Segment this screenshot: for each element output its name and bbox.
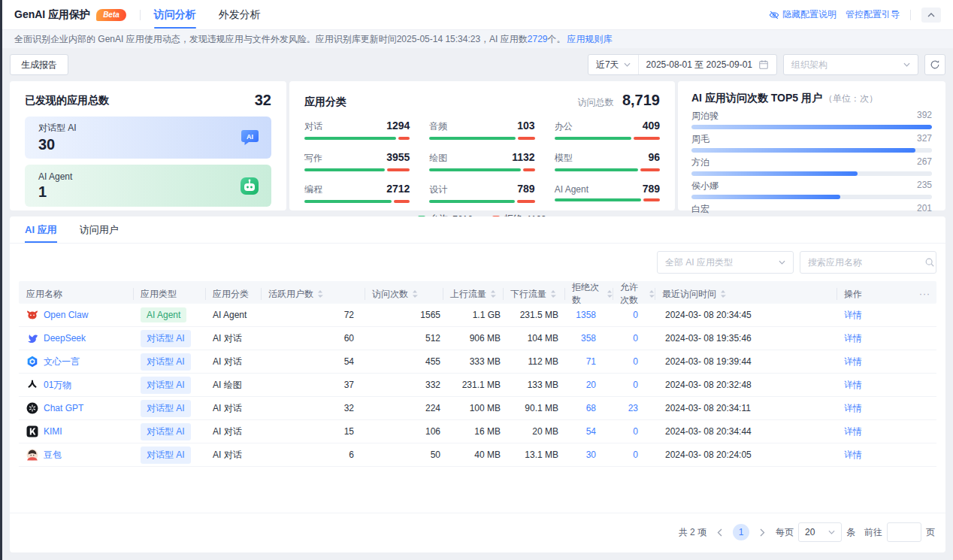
column-header-9[interactable]: 最近访问时间 [655,281,837,307]
detail-link[interactable]: 详情 [844,333,862,344]
category-label: AI Agent [555,184,588,195]
hide-config-link[interactable]: 隐藏配置说明 [769,8,837,21]
tab-outbound-analysis[interactable]: 外发分析 [219,0,261,30]
deny-bar-segment [398,137,410,140]
detail-link[interactable]: 详情 [844,380,862,390]
category-item: 办公 409 [555,120,660,140]
current-page-button[interactable]: 1 [733,524,749,540]
reject-count-link[interactable]: 54 [564,426,613,437]
app-name-link[interactable]: KIMI [44,426,62,437]
reject-count-link[interactable]: 1358 [564,310,613,320]
allow-bar-segment [429,200,515,203]
active-users: 54 [261,356,365,367]
collapse-button[interactable] [921,8,941,23]
app-name-link[interactable]: DeepSeek [44,333,86,344]
user-bar-track [691,148,932,153]
reject-count-link[interactable]: 20 [564,380,613,390]
sort-icon[interactable] [317,289,323,298]
column-header-6[interactable]: 下行流量 [503,281,564,307]
category-label: 办公 [555,120,573,133]
category-grid: 对话 1294 音频 103 办公 409 [304,120,660,203]
chat-ai-icon: AI [238,126,261,149]
app-type-badge: 对话型 AI [141,353,191,371]
category-allow-deny-bar [555,137,660,140]
detail-link[interactable]: 详情 [844,310,862,320]
column-header-4[interactable]: 访问次数 [365,281,443,307]
detail-link[interactable]: 详情 [844,426,862,437]
column-header-5[interactable]: 上行流量 [443,281,503,307]
category-value: 1132 [512,151,534,163]
allow-count-link[interactable]: 0 [613,333,655,344]
detail-link[interactable]: 详情 [844,450,862,460]
column-settings-icon[interactable]: ··· [919,289,930,299]
deny-bar-segment [517,200,535,203]
kimi-icon [26,425,38,437]
app-category: AI Agent [205,310,261,320]
detail-link[interactable]: 详情 [844,356,862,367]
tab-ai-apps[interactable]: AI 应用 [25,216,57,243]
allow-count-link[interactable]: 0 [613,426,655,437]
category-allow-deny-bar [555,168,660,171]
sort-icon[interactable] [550,289,556,298]
user-name: 周毛 [691,133,709,146]
info-banner: 全面识别企业内部的 GenAI 应用使用动态，发现违规应用与文件外发风险。应用识… [2,30,953,48]
reject-count-link[interactable]: 358 [564,333,613,344]
app-name-link[interactable]: 豆包 [44,449,62,462]
per-page-select[interactable]: 20 [798,522,842,542]
allow-count-link[interactable]: 0 [613,310,655,320]
quick-range-select[interactable]: 近7天 [588,55,639,74]
top-user-item: 周泊骏 392 [691,110,932,129]
column-header-8[interactable]: 允许次数 [613,281,655,307]
banner-app-count: 2729 [528,34,548,44]
generate-report-button[interactable]: 生成报告 [10,54,68,75]
prev-page-icon[interactable] [716,528,724,537]
allow-count-link[interactable]: 0 [613,380,655,390]
goto-page-input[interactable] [887,522,921,542]
page-label: 页 [926,526,935,539]
org-structure-select[interactable]: 组织架构 [783,54,918,75]
allow-count-link[interactable]: 0 [613,356,655,367]
tab-access-users[interactable]: 访问用户 [80,216,119,243]
last-access-time: 2024-03- 08 20:34:45 [655,310,837,320]
doubao-icon [26,449,38,461]
date-range-picker[interactable]: 2025-08-01 至 2025-09-01 [639,59,776,71]
user-bar-track [691,171,932,176]
app-type-filter-select[interactable]: 全部 AI 应用类型 [657,251,794,274]
active-users: 32 [261,403,365,413]
sort-icon[interactable] [490,289,496,298]
next-page-icon[interactable] [758,528,767,537]
app-name-link[interactable]: Open Claw [44,310,88,320]
reject-count-link[interactable]: 30 [564,450,613,460]
visit-count: 224 [365,403,443,413]
column-header-7[interactable]: 拒绝次数 [564,281,613,307]
config-guide-link[interactable]: 管控配置引导 [846,8,900,21]
allow-count-link[interactable]: 0 [613,450,655,460]
agent-icon [238,174,261,197]
tab-access-analysis[interactable]: 访问分析 [154,0,196,30]
reject-count-link[interactable]: 68 [564,403,613,413]
reject-count-link[interactable]: 71 [564,356,613,367]
detail-link[interactable]: 详情 [844,403,862,413]
category-value: 789 [643,183,660,195]
sort-icon[interactable] [412,289,418,298]
app-name-link[interactable]: 文心一言 [44,356,80,368]
app-name-link[interactable]: Chat GPT [44,403,83,413]
column-header-3[interactable]: 活跃用户数 [261,281,365,307]
sort-icon[interactable] [649,289,655,298]
visit-count: 1565 [365,310,443,320]
table-row: 01万物 对话型 AI AI 绘图 37 332 231.1 MB 133 MB… [19,374,936,397]
app-rule-library-link[interactable]: 应用规则库 [567,33,613,46]
category-allow-deny-bar [304,200,410,203]
card-title: 已发现的应用总数 [25,94,109,107]
top-user-item: 侯小娜 235 [691,180,932,199]
sort-icon[interactable] [607,289,613,298]
app-name-link[interactable]: 01万物 [44,379,71,392]
refresh-button[interactable] [924,54,945,75]
visit-count: 106 [365,426,443,437]
chevron-down-icon [903,62,910,67]
sort-icon[interactable] [720,289,726,298]
deny-bar-segment [518,137,534,140]
category-allow-deny-bar [429,137,534,140]
search-input[interactable] [808,257,924,268]
allow-count-link[interactable]: 23 [613,403,655,413]
